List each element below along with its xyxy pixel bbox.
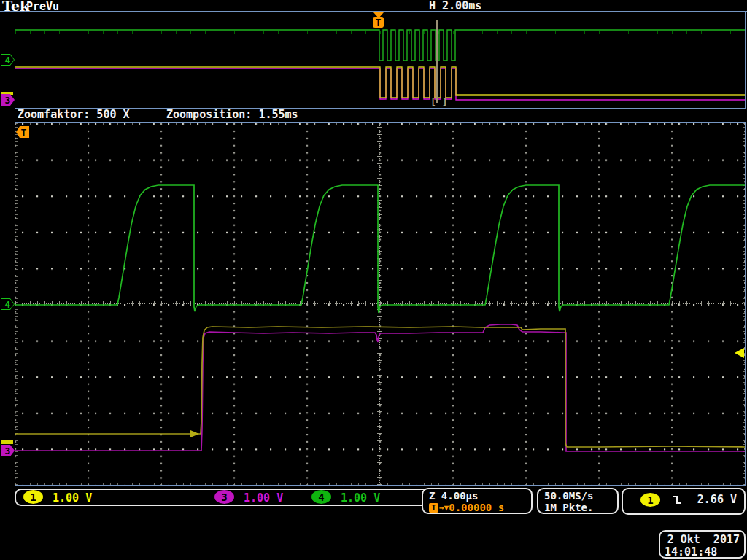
zoom-waveform-window: T: [15, 122, 746, 486]
main-waveforms: [15, 122, 745, 485]
ch3-badge[interactable]: 3: [214, 490, 234, 504]
main-ch1-marker[interactable]: [1, 440, 13, 444]
trigger-level-arrow[interactable]: [735, 348, 744, 358]
main-ch3-marker[interactable]: 3: [1, 445, 15, 456]
trigger-box[interactable]: 1 2.66 V: [622, 488, 746, 515]
zoom-position-readout: Zoomposition: 1.55ms: [166, 108, 298, 121]
trigger-t-icon: T: [373, 17, 384, 28]
arrow-down-icon: →▼: [439, 503, 449, 513]
zoom-bracket: [ ]: [430, 96, 447, 107]
trigger-source-badge[interactable]: 1: [640, 493, 660, 507]
falling-edge-icon: [671, 494, 683, 505]
main-ch4-marker[interactable]: 4: [1, 298, 15, 310]
overview-window: [ ] T: [15, 11, 746, 109]
date-readout: 2 Okt 2017: [667, 533, 740, 546]
record-length: 1M Pkte.: [544, 502, 593, 513]
ch4-main-trace: [15, 185, 745, 313]
ch1-scale: 1.00 V: [53, 491, 92, 505]
ch1-overview-trace: [15, 67, 745, 98]
ch3-main-trace: [15, 324, 745, 451]
ch1-step-arrow: [190, 430, 199, 438]
zoom-scale-box[interactable]: Z 4.00µs T→▼0.00000 s: [422, 488, 533, 514]
ch1-main-trace: [15, 327, 745, 447]
trigger-position-readout: T→▼0.00000 s: [429, 502, 504, 513]
overview-ch4-marker[interactable]: 4: [1, 54, 15, 66]
oscilloscope-screen: Tek PreVu H 2.00ms [ ] T 4 3 Zoomfaktor:…: [0, 0, 747, 560]
zoom-timebase: Z 4.00µs: [429, 490, 478, 502]
overview-ch3-marker[interactable]: 3: [1, 94, 15, 106]
ch3-scale: 1.00 V: [244, 491, 283, 505]
ch1-badge[interactable]: 1: [23, 490, 43, 504]
channel-scales-box[interactable]: 1 1.00 V 3 1.00 V 4 1.00 V: [15, 489, 430, 506]
sample-rate: 50.0MS/s: [544, 490, 593, 502]
overview-trigger-marker[interactable]: T: [373, 12, 384, 28]
zoom-factor-readout: Zoomfaktor: 500 X: [18, 108, 130, 121]
zoom-position-line[interactable]: [436, 20, 438, 103]
ch4-scale: 1.00 V: [341, 491, 380, 505]
time-readout: 14:01:48: [665, 545, 717, 559]
trigger-t-icon: T: [429, 503, 438, 513]
trigger-level: 2.66 V: [697, 493, 737, 506]
ch4-overview-trace: [15, 30, 745, 61]
ch4-badge[interactable]: 4: [311, 490, 331, 504]
datetime-box[interactable]: 2 Okt 2017 14:01:48: [659, 530, 746, 559]
acquisition-box[interactable]: 50.0MS/s 1M Pkte.: [537, 488, 619, 514]
